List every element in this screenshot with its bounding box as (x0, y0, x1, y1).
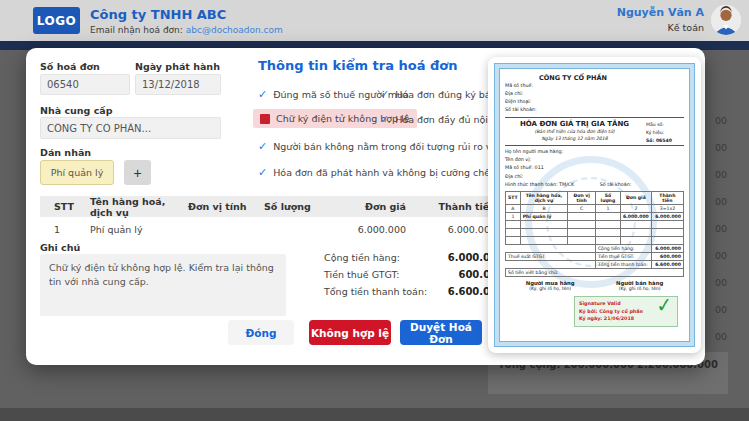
preview-meta-form: Mẫu số: (646, 121, 684, 129)
preview-buyer-line: Mã số thuế: 011 (505, 164, 684, 172)
supplier-label: Nhà cung cấp (40, 105, 113, 116)
check-icon: ✓ (380, 113, 389, 126)
preview-items-table: STT Tên hàng hóa, dịch vụ Đơn vị tính Số… (505, 191, 684, 277)
total-row: Tiền thuế GTGT: 600.000 (324, 269, 504, 280)
issue-date-label: Ngày phát hành (135, 61, 220, 72)
check-icon: ✓ (258, 88, 267, 101)
signature-check-icon: ✓ (655, 292, 674, 318)
fail-square-icon (260, 114, 270, 124)
tag-section-label: Dán nhãn (40, 147, 91, 158)
supplier-input[interactable] (40, 117, 221, 139)
approve-invoice-button[interactable]: Duyệt Hoá Đơn (400, 320, 482, 345)
col-header-price: Đơn giá (324, 201, 406, 212)
user-name[interactable]: Nguyễn Văn A (617, 6, 704, 19)
invoice-email-label: Email nhận hoá đơn: (90, 25, 183, 35)
check-item-text: Hóa đơn đã phát hành và không bị cưỡng c… (273, 167, 490, 178)
total-row: Tổng tiền thanh toán: 6.600.000 (324, 286, 504, 297)
total-row: Cộng tiền hàng: 6.000.000 (324, 252, 504, 263)
digital-signature-stamp: Signature Valid Ký bởi: Công ty cổ phần … (574, 296, 678, 327)
user-avatar-icon[interactable] (711, 5, 741, 35)
preview-meta-serial: Ký hiệu: (646, 129, 684, 137)
total-label: Tổng tiền thanh toán: (324, 286, 427, 297)
check-icon: ✓ (258, 140, 267, 153)
check-item-text: Người bán không nằm trong đối tượng rủi … (273, 141, 522, 152)
col-header-name: Tên hàng hoá, dịch vụ (90, 196, 188, 218)
col-header-unit: Đơn vị tính (188, 201, 264, 212)
app-header: LOGO Công ty TNHH ABC Email nhận hoá đơn… (0, 0, 749, 41)
company-logo: LOGO (33, 7, 80, 34)
background-bottom-strip (0, 408, 749, 421)
invoice-preview-frame: CÔNG TY CỔ PHẦN Mã số thuế: Địa chỉ: Điệ… (495, 64, 694, 346)
preview-company-line: Điện thoại: (505, 98, 684, 106)
table-row: 1 Phí quản lý 6.000.000 6.000.000 (40, 217, 504, 241)
preview-signature-titles: Người mua hàng (Ký, ghi rõ họ, tên) Ngườ… (505, 280, 684, 291)
note-textarea[interactable]: Chữ ký điện tử không hợp lệ. Kiểm tra lạ… (40, 254, 286, 316)
preview-meta-number: Số: 06540 (646, 137, 684, 145)
preview-invoice-meta: Mẫu số: Ký hiệu: Số: 06540 (646, 121, 684, 146)
invoice-check-modal: Số hoá đơn Ngày phát hành Nhà cung cấp D… (26, 48, 705, 365)
invoice-email-line: Email nhận hoá đơn: abc@dochoadon.com (90, 25, 283, 35)
check-icon: ✓ (380, 88, 389, 101)
col-header-stt: STT (54, 201, 90, 212)
issue-date-input[interactable] (135, 74, 221, 95)
preview-buyer-line: Họ tên người mua hàng: (505, 148, 684, 156)
check-item: ✓ Người bán không nằm trong đối tượng rủ… (258, 140, 522, 153)
seller-sign-note: (Ký, ghi rõ họ, tên) (616, 286, 663, 291)
user-info[interactable]: Nguyễn Văn A Kế toán (617, 6, 704, 33)
add-tag-button[interactable]: + (124, 160, 151, 185)
preview-buyer-line: Tên đơn vị: (505, 156, 684, 164)
col-header-amount: Thành tiền (406, 201, 496, 212)
totals-block: Cộng tiền hàng: 6.000.000 Tiền thuế GTGT… (324, 252, 504, 303)
invoice-email-link[interactable]: abc@dochoadon.com (186, 25, 283, 35)
col-header-qty: Số lượng (264, 201, 324, 212)
preview-company-name: CÔNG TY CỔ PHẦN (539, 74, 684, 82)
user-role: Kế toán (617, 22, 704, 33)
invoice-number-label: Số hoá đơn (40, 61, 100, 72)
tag-chip[interactable]: Phí quản lý (40, 160, 114, 185)
preview-invoice-subtitle: (Bản thể hiện của hóa đơn điện tử) (505, 128, 644, 136)
cell-price: 6.000.000 (324, 224, 406, 235)
preview-invoice-date: Ngày 13 tháng 12 năm 2018 (505, 135, 644, 143)
seller-sign-title: Người bán hàng (616, 280, 663, 286)
invoice-preview-content: CÔNG TY CỔ PHẦN Mã số thuế: Địa chỉ: Điệ… (505, 74, 684, 327)
invoice-number-input[interactable] (40, 74, 130, 95)
screen: 00 00 00 00 00 00 00 00 00 Tổng cộng: 20… (0, 0, 749, 421)
preview-invoice-title: HÓA ĐƠN GIÁ TRỊ GIA TĂNG (505, 120, 644, 128)
preview-payment-line: Hình thức thanh toán: TM/CK Số tài khoản… (505, 181, 684, 189)
note-label: Ghi chú (40, 242, 80, 253)
buyer-sign-title: Người mua hàng (526, 280, 575, 286)
check-item: ✓ Hóa đơn đã phát hành và không bị cưỡng… (258, 166, 490, 179)
preview-company-line: Mã số thuế: (505, 82, 684, 90)
cell-stt: 1 (54, 224, 90, 235)
close-button[interactable]: Đóng (228, 320, 294, 345)
line-items-header-row: STT Tên hàng hoá, dịch vụ Đơn vị tính Số… (40, 196, 504, 217)
line-items-table: STT Tên hàng hoá, dịch vụ Đơn vị tính Số… (40, 196, 504, 241)
preview-buyer-line: Địa chỉ: (505, 173, 684, 181)
total-label: Tiền thuế GTGT: (324, 269, 399, 280)
buyer-sign-note: (Ký, ghi rõ họ, tên) (526, 286, 575, 291)
company-name: Công ty TNHH ABC (90, 7, 226, 22)
cell-amount: 6.000.000 (406, 224, 496, 235)
check-icon: ✓ (258, 166, 267, 179)
check-section-title: Thông tin kiểm tra hoá đơn (258, 58, 457, 73)
total-label: Cộng tiền hàng: (324, 252, 400, 263)
cell-name: Phí quản lý (90, 224, 188, 235)
invalid-button[interactable]: Không hợp lệ (309, 320, 391, 345)
preview-company-line: Địa chỉ: (505, 90, 684, 98)
invoice-preview[interactable]: CÔNG TY CỔ PHẦN Mã số thuế: Địa chỉ: Điệ… (488, 57, 701, 353)
preview-company-line: Số tài khoản: (505, 106, 684, 114)
